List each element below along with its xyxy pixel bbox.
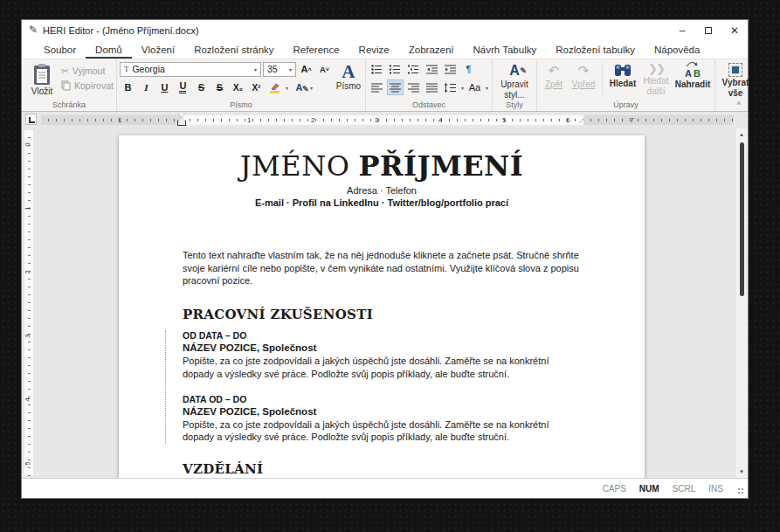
- font-dialog-label: Písmo: [336, 81, 361, 91]
- close-button[interactable]: ✕: [721, 20, 748, 40]
- contact-line-1[interactable]: Adresa · Telefon: [183, 185, 581, 196]
- multilevel-list-icon: [408, 65, 419, 74]
- double-underline-button[interactable]: U: [175, 79, 191, 95]
- find-button[interactable]: Hledat: [607, 61, 638, 88]
- replace-button[interactable]: A B Nahradit: [673, 61, 712, 89]
- subscript-button[interactable]: X₂: [230, 79, 246, 95]
- vertical-ruler-number: 4: [24, 397, 31, 401]
- show-formatting-button[interactable]: ¶: [460, 61, 477, 77]
- app-window: ✎ HERI Editor - (Jméno Příjmení.docx) – …: [21, 19, 749, 499]
- title-bar: ✎ HERI Editor - (Jméno Příjmení.docx) – …: [22, 20, 748, 40]
- resize-grip[interactable]: [737, 487, 744, 494]
- font-size-dropdown-icon: ▾: [289, 66, 292, 73]
- ribbon-tab[interactable]: Revize: [349, 43, 399, 59]
- tab-selector[interactable]: [25, 114, 37, 125]
- scroll-up-icon[interactable]: ▲: [735, 132, 748, 137]
- align-center-button[interactable]: [387, 79, 404, 95]
- paste-button[interactable]: Vložit: [24, 61, 59, 96]
- grow-font-button[interactable]: A˄: [298, 61, 314, 77]
- section-heading-experience[interactable]: PRACOVNÍ ZKUŠENOSTI: [183, 307, 581, 322]
- change-case-label: Aa: [469, 82, 480, 93]
- minimize-button[interactable]: –: [669, 20, 695, 40]
- line-spacing-icon: [444, 83, 456, 93]
- document-name-heading[interactable]: JMÉNOPŘÍJMENÍ: [183, 149, 581, 183]
- font-dialog-button[interactable]: A Písmo: [335, 61, 362, 91]
- double-strikethrough-button[interactable]: S: [211, 79, 228, 95]
- ribbon-tab[interactable]: Rozložení stránky: [184, 43, 283, 59]
- window-title: HERI Editor - (Jméno Příjmení.docx): [43, 25, 669, 36]
- line-spacing-dropdown-icon[interactable]: ▾: [460, 85, 465, 91]
- copy-button[interactable]: Kopírovat: [61, 80, 114, 91]
- shrink-font-icon: ˅: [326, 66, 329, 73]
- cut-button[interactable]: ✂ Vyjmout: [61, 66, 114, 76]
- italic-button[interactable]: I: [138, 79, 155, 95]
- double-strikethrough-label: S: [217, 82, 223, 93]
- vertical-scrollbar[interactable]: ▲ ▼: [735, 128, 748, 478]
- font-color-button[interactable]: A✎: [291, 79, 307, 95]
- edit-style-button[interactable]: A✎ Upravit styl...: [495, 61, 534, 100]
- copy-icon: [61, 80, 71, 91]
- vertical-ruler-number: 3: [24, 334, 31, 337]
- status-indicator: NUM: [639, 484, 659, 494]
- select-all-button[interactable]: Vybrat vše: [718, 61, 753, 98]
- increase-indent-button[interactable]: [442, 61, 459, 77]
- cut-icon: ✂: [61, 66, 69, 76]
- ribbon-tab[interactable]: Soubor: [34, 43, 86, 59]
- job-entry[interactable]: DATA OD – DO NÁZEV POZICE, Společnost Po…: [183, 394, 581, 445]
- ribbon-tab[interactable]: Domů: [86, 43, 132, 59]
- contact-line-2[interactable]: E-mail · Profil na LinkedInu · Twitter/b…: [183, 197, 581, 208]
- ribbon-tab[interactable]: Návrh Tabulky: [464, 43, 547, 59]
- font-size-select[interactable]: 35 ▾: [263, 62, 296, 77]
- shrink-font-label: A: [320, 65, 326, 74]
- ribbon-tab[interactable]: Rozložení tabulky: [546, 43, 645, 59]
- align-right-button[interactable]: [405, 79, 422, 95]
- ribbon-tab[interactable]: Vložení: [132, 43, 184, 59]
- section-heading-education[interactable]: VZDĚLÁNÍ: [183, 461, 581, 477]
- ribbon-tab[interactable]: Nápověda: [645, 43, 709, 59]
- group-label-font: Písmo: [120, 100, 362, 111]
- maximize-button[interactable]: [695, 20, 721, 40]
- font-family-select[interactable]: T Georgia ▾: [120, 62, 261, 77]
- numbered-list-button[interactable]: [387, 61, 404, 77]
- redo-button[interactable]: ↷ Vpřed: [569, 61, 597, 89]
- find-next-button[interactable]: ❯❯ Hledat další: [640, 61, 672, 96]
- ribbon-tabs: SouborDomůVloženíRozložení stránkyRefere…: [22, 40, 748, 59]
- pilcrow-icon: ¶: [466, 64, 471, 74]
- bold-button[interactable]: B: [120, 79, 136, 95]
- group-label-paragraph: Odstavec: [369, 100, 489, 111]
- scrollbar-thumb[interactable]: [740, 142, 744, 296]
- experience-table: OD DATA – DO NÁZEV POZICE, Společnost Po…: [165, 330, 581, 444]
- job-description: Popište, za co jste zodpovídali a jakých…: [183, 355, 581, 381]
- multilevel-list-button[interactable]: [405, 61, 422, 77]
- document-page[interactable]: JMÉNOPŘÍJMENÍ Adresa · Telefon E-mail · …: [119, 135, 645, 478]
- strikethrough-button[interactable]: S: [193, 79, 210, 95]
- grow-font-label: A: [300, 64, 307, 74]
- redo-icon: ↷: [578, 63, 590, 79]
- ribbon-tab[interactable]: Reference: [284, 43, 349, 59]
- line-spacing-button[interactable]: [442, 79, 459, 95]
- superscript-button[interactable]: X²: [248, 79, 265, 95]
- scroll-down-icon[interactable]: ▼: [735, 469, 748, 474]
- shrink-font-button[interactable]: A˅: [316, 61, 333, 77]
- indent-marker[interactable]: [178, 114, 186, 125]
- highlight-dropdown-icon[interactable]: ▾: [285, 85, 289, 91]
- job-entry[interactable]: OD DATA – DO NÁZEV POZICE, Společnost Po…: [183, 330, 581, 381]
- intro-paragraph[interactable]: Tento text nahraďte vlastním tak, že na …: [183, 249, 581, 287]
- change-case-dropdown-icon[interactable]: ▾: [485, 85, 489, 91]
- right-indent-marker[interactable]: [579, 119, 586, 123]
- change-case-button[interactable]: Aa: [466, 79, 483, 95]
- font-color-dropdown-icon[interactable]: ▾: [309, 85, 314, 91]
- undo-button[interactable]: ↶ Zpět: [540, 61, 568, 89]
- ruler-number: 6: [566, 116, 569, 124]
- group-label-clipboard: Schránka: [24, 100, 114, 111]
- justify-button[interactable]: [424, 79, 440, 95]
- ribbon-tab[interactable]: Zobrazení: [399, 43, 464, 59]
- bullet-list-button[interactable]: [369, 61, 385, 77]
- collapse-ribbon-button[interactable]: ^: [737, 100, 741, 109]
- align-left-button[interactable]: [369, 79, 385, 95]
- highlight-button[interactable]: [266, 79, 283, 95]
- underline-button[interactable]: U: [156, 79, 173, 95]
- job-title: NÁZEV POZICE, Společnost: [183, 406, 581, 417]
- decrease-indent-button[interactable]: [424, 61, 440, 77]
- group-font: T Georgia ▾ 35 ▾ A˄ A˅: [116, 59, 365, 111]
